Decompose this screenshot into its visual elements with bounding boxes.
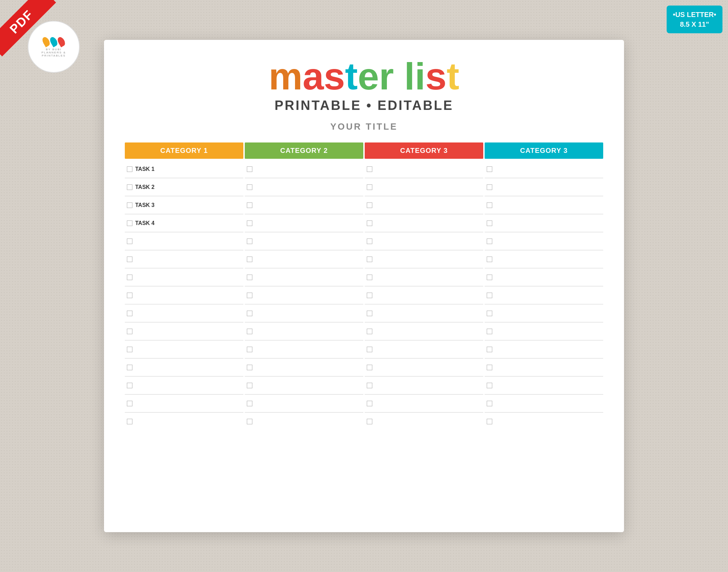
- category-1-header: CATEGORY 1: [125, 142, 243, 159]
- checkbox[interactable]: [247, 311, 252, 316]
- checkbox[interactable]: [247, 293, 252, 298]
- checkbox[interactable]: [247, 275, 252, 280]
- task-row: [245, 160, 363, 178]
- column-4-rows: [485, 160, 603, 431]
- task-row: [245, 413, 363, 431]
- checkbox[interactable]: [127, 184, 132, 190]
- checkbox[interactable]: [487, 184, 492, 190]
- checkbox[interactable]: [127, 329, 132, 334]
- checkbox[interactable]: [247, 166, 252, 172]
- checkbox[interactable]: [247, 220, 252, 226]
- checkbox[interactable]: [127, 347, 132, 352]
- checkbox[interactable]: [367, 347, 372, 352]
- task-row: [245, 376, 363, 395]
- task-row: [485, 322, 603, 340]
- checkbox[interactable]: [127, 365, 132, 370]
- checkbox[interactable]: [247, 347, 252, 352]
- checkbox[interactable]: [487, 275, 492, 280]
- checkbox[interactable]: [487, 311, 492, 316]
- task-row: [125, 304, 243, 322]
- checkbox[interactable]: [367, 311, 372, 316]
- checkbox[interactable]: [247, 329, 252, 334]
- checkbox[interactable]: [127, 166, 132, 172]
- task-row: [485, 395, 603, 413]
- task-row: [485, 232, 603, 250]
- checkbox[interactable]: [487, 220, 492, 226]
- checkbox[interactable]: [127, 311, 132, 316]
- checkbox[interactable]: [487, 166, 492, 172]
- task-row: [245, 250, 363, 268]
- task-row: TASK 1: [125, 160, 243, 178]
- checkbox[interactable]: [487, 202, 492, 208]
- checkbox[interactable]: [367, 239, 372, 244]
- checkbox[interactable]: [367, 365, 372, 370]
- task-row: [365, 376, 483, 395]
- checkbox[interactable]: [127, 239, 132, 244]
- checkbox[interactable]: [367, 419, 372, 424]
- checkbox[interactable]: [127, 202, 132, 208]
- task-row: [125, 286, 243, 304]
- checkbox[interactable]: [367, 166, 372, 172]
- checkbox[interactable]: [247, 383, 252, 388]
- category-4-header: CATEGORY 3: [485, 142, 603, 159]
- checkbox[interactable]: [247, 419, 252, 424]
- checkbox[interactable]: [487, 329, 492, 334]
- task-label: TASK 3: [135, 202, 155, 208]
- checkbox[interactable]: [247, 401, 252, 406]
- checkbox[interactable]: [367, 275, 372, 280]
- checkbox[interactable]: [247, 184, 252, 190]
- task-row: [485, 214, 603, 232]
- checkbox[interactable]: [487, 239, 492, 244]
- checkbox[interactable]: [367, 257, 372, 262]
- task-row: [125, 376, 243, 395]
- checkbox[interactable]: [367, 220, 372, 226]
- checkbox[interactable]: [487, 257, 492, 262]
- task-row: [125, 413, 243, 431]
- column-2-rows: [245, 160, 363, 431]
- task-row: [365, 286, 483, 304]
- checkbox[interactable]: [247, 239, 252, 244]
- checkbox[interactable]: [127, 419, 132, 424]
- task-row: TASK 4: [125, 214, 243, 232]
- checkbox[interactable]: [367, 293, 372, 298]
- title-letter-s: s: [324, 55, 345, 97]
- task-row: TASK 3: [125, 196, 243, 214]
- checkbox[interactable]: [487, 401, 492, 406]
- leaf-teal-icon: [49, 36, 59, 47]
- checkbox[interactable]: [127, 220, 132, 226]
- checkbox[interactable]: [127, 275, 132, 280]
- checkbox[interactable]: [487, 293, 492, 298]
- task-row: [365, 178, 483, 196]
- checkbox[interactable]: [487, 419, 492, 424]
- main-title: masterlist: [125, 57, 603, 95]
- task-row: [365, 214, 483, 232]
- task-row: [365, 232, 483, 250]
- checkbox[interactable]: [247, 365, 252, 370]
- column-1-rows: TASK 1 TASK 2 TASK 3 TASK 4: [125, 160, 243, 431]
- checkbox[interactable]: [487, 383, 492, 388]
- checkbox[interactable]: [127, 257, 132, 262]
- task-row: [245, 214, 363, 232]
- us-letter-line1: •US LETTER•: [673, 10, 716, 19]
- document-header: masterlist PRINTABLE • EDITABLE YOUR TIT…: [125, 57, 603, 132]
- checkbox[interactable]: [247, 257, 252, 262]
- subtitle: PRINTABLE • EDITABLE: [125, 98, 603, 113]
- checkbox[interactable]: [367, 401, 372, 406]
- checkbox[interactable]: [367, 184, 372, 190]
- task-row: [125, 250, 243, 268]
- checkbox[interactable]: [127, 293, 132, 298]
- task-row: [485, 358, 603, 376]
- title-letter-m: m: [269, 55, 303, 97]
- task-row: [245, 340, 363, 358]
- your-title: YOUR TITLE: [125, 121, 603, 132]
- checkbox[interactable]: [247, 202, 252, 208]
- checkbox[interactable]: [367, 383, 372, 388]
- checkbox[interactable]: [127, 401, 132, 406]
- checkbox[interactable]: [487, 347, 492, 352]
- brand-logo: BY BUBIPLANNERS &PRINTABLES: [28, 21, 80, 73]
- checkbox[interactable]: [127, 383, 132, 388]
- checkbox[interactable]: [367, 329, 372, 334]
- checkbox[interactable]: [367, 202, 372, 208]
- task-row: [485, 178, 603, 196]
- checkbox[interactable]: [487, 365, 492, 370]
